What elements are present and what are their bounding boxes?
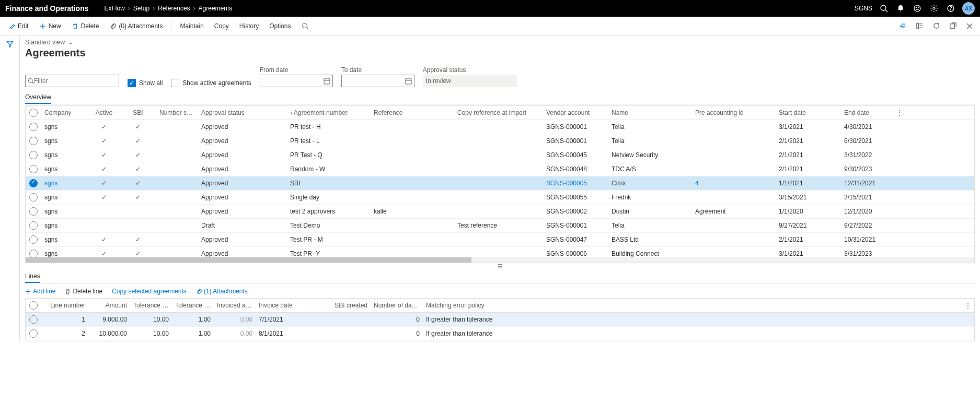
col-days-tol[interactable]: Number of days tol...	[371, 302, 423, 309]
options-button[interactable]: Options	[265, 20, 295, 32]
row-select[interactable]	[29, 137, 38, 145]
col-invoice-date[interactable]: Invoice date	[256, 302, 313, 309]
row-select[interactable]	[29, 207, 38, 216]
col-tolerance2[interactable]: Tolerance amo...	[172, 302, 214, 309]
col-appstat[interactable]: Approval status	[198, 109, 287, 116]
new-button[interactable]: New	[35, 20, 65, 32]
to-date-input[interactable]	[341, 75, 414, 87]
svg-point-8	[951, 10, 951, 10]
table-row[interactable]: 210,000.0010.001.000.008/1/20210If great…	[26, 327, 974, 341]
search-icon[interactable]	[879, 3, 889, 14]
crumb[interactable]: References	[158, 5, 190, 12]
col-invoiced[interactable]: Invoiced amount	[214, 302, 256, 309]
table-row[interactable]: sgns✓✓ApprovedPR Test - QSGNS-000045Netv…	[26, 148, 974, 162]
from-date-label: From date	[260, 66, 333, 74]
row-select[interactable]	[29, 151, 38, 159]
table-row[interactable]: sgns✓✓ApprovedRandom - WSGNS-000048TDC A…	[26, 162, 974, 176]
svg-line-21	[32, 82, 33, 84]
checkbox-icon: ✓	[128, 79, 136, 87]
col-match-error[interactable]: Matching error policy	[423, 302, 527, 309]
table-row[interactable]: 19,000.0010.001.000.007/1/20210If greate…	[26, 313, 974, 327]
col-vendor[interactable]: Vendor account	[543, 109, 608, 116]
smiley-icon[interactable]	[912, 3, 923, 14]
delete-line-button[interactable]: Delete line	[65, 288, 102, 295]
row-select[interactable]	[29, 165, 38, 173]
row-select[interactable]	[29, 221, 38, 230]
filter-input-wrap[interactable]	[25, 75, 119, 87]
search-action[interactable]	[297, 20, 313, 32]
svg-rect-26	[406, 79, 411, 84]
col-sbi[interactable]: SBI	[120, 109, 156, 116]
breadcrumb: ExFlow› Setup› References› Agreements	[104, 5, 232, 12]
gear-icon[interactable]	[929, 3, 939, 14]
list-icon[interactable]	[913, 20, 926, 32]
table-row[interactable]: sgnsApprovedtest 2 approverskalleSGNS-00…	[26, 205, 974, 219]
from-date-input[interactable]	[260, 75, 333, 87]
delete-button[interactable]: Delete	[67, 20, 103, 32]
table-row[interactable]: sgns✓✓ApprovedPR test - HSGNS-000001Teli…	[26, 120, 974, 134]
popout-icon[interactable]	[947, 20, 959, 32]
table-row[interactable]: sgnsDraftTest DemoTest referenceSGNS-000…	[26, 219, 974, 233]
bell-icon[interactable]	[895, 3, 906, 14]
show-all-checkbox[interactable]: ✓ Show all	[128, 79, 163, 87]
copy-selected-button[interactable]: Copy selected agreements	[112, 288, 187, 295]
view-selector[interactable]: Standard view ⌄	[25, 39, 975, 46]
row-select[interactable]	[29, 250, 38, 257]
table-row[interactable]: sgns✓✓ApprovedPR test - LSGNS-000001Teli…	[26, 134, 974, 148]
pin-icon[interactable]	[896, 20, 909, 32]
col-sbi-created[interactable]: SBI created	[313, 302, 371, 309]
col-numseq[interactable]: Number seq...	[156, 109, 198, 116]
col-tolerance1[interactable]: Tolerance amo...	[130, 302, 172, 309]
col-ref[interactable]: Reference	[371, 109, 454, 116]
col-name[interactable]: Name	[608, 109, 692, 116]
line-attachments-button[interactable]: (1) Attachments	[196, 288, 248, 295]
attachments-button[interactable]: (0) Attachments	[105, 20, 167, 32]
refresh-icon[interactable]	[930, 20, 942, 32]
tab-lines[interactable]: Lines	[25, 270, 40, 283]
help-icon[interactable]	[946, 3, 956, 14]
splitter-handle[interactable]: 〓	[25, 263, 975, 268]
row-select[interactable]	[29, 315, 38, 324]
table-row[interactable]: sgns✓✓ApprovedSingle daySGNS-000055Fredr…	[26, 191, 974, 205]
table-row[interactable]: sgns✓✓ApprovedTest PR -YSGNS-000006Build…	[26, 247, 974, 257]
table-row[interactable]: sgns✓✓ApprovedSBISGNS-000005Citrix41/1/2…	[26, 176, 974, 191]
col-line-number[interactable]: Line number	[41, 302, 88, 309]
col-preacc[interactable]: Pre accounting id	[692, 109, 776, 116]
history-button[interactable]: History	[235, 20, 263, 32]
tab-overview[interactable]: Overview	[25, 91, 51, 104]
funnel-icon[interactable]	[6, 40, 14, 341]
col-active[interactable]: Active	[88, 109, 120, 116]
col-company[interactable]: Company	[41, 109, 88, 116]
select-all-lines[interactable]	[29, 301, 38, 310]
crumb[interactable]: Setup	[133, 5, 149, 12]
col-more-icon[interactable]: ⋮	[527, 302, 974, 309]
col-start[interactable]: Start date	[776, 109, 841, 116]
crumb[interactable]: Agreements	[199, 5, 233, 12]
svg-point-20	[29, 79, 33, 83]
row-select[interactable]	[29, 329, 38, 338]
col-amount[interactable]: Amount	[88, 302, 130, 309]
copy-button[interactable]: Copy	[210, 20, 233, 32]
svg-point-6	[933, 7, 935, 9]
edit-button[interactable]: Edit	[4, 20, 33, 32]
col-copyref[interactable]: Copy reference at import	[454, 109, 543, 116]
close-icon[interactable]	[963, 20, 976, 32]
row-select[interactable]	[29, 123, 38, 131]
table-row[interactable]: sgns✓✓ApprovedTest PR - MSGNS-000047BASS…	[26, 233, 974, 247]
add-line-button[interactable]: Add line	[25, 288, 55, 295]
select-all[interactable]	[29, 109, 38, 117]
row-select[interactable]	[29, 235, 38, 244]
avatar[interactable]: AX	[962, 2, 975, 15]
horizontal-scrollbar[interactable]	[26, 257, 974, 263]
calendar-icon	[405, 78, 412, 85]
show-active-checkbox[interactable]: Show active agreements	[171, 79, 251, 87]
row-select[interactable]	[29, 193, 38, 202]
row-select[interactable]	[29, 179, 38, 187]
crumb[interactable]: ExFlow	[104, 5, 124, 12]
col-end[interactable]: End date	[841, 109, 893, 116]
maintain-button[interactable]: Maintain	[176, 20, 207, 32]
col-more-icon[interactable]: ⋮	[893, 109, 904, 116]
approval-status-label: Approval status	[423, 66, 517, 74]
filter-input[interactable]	[34, 77, 117, 85]
col-agrnum[interactable]: ↑Agreement number	[287, 109, 371, 116]
